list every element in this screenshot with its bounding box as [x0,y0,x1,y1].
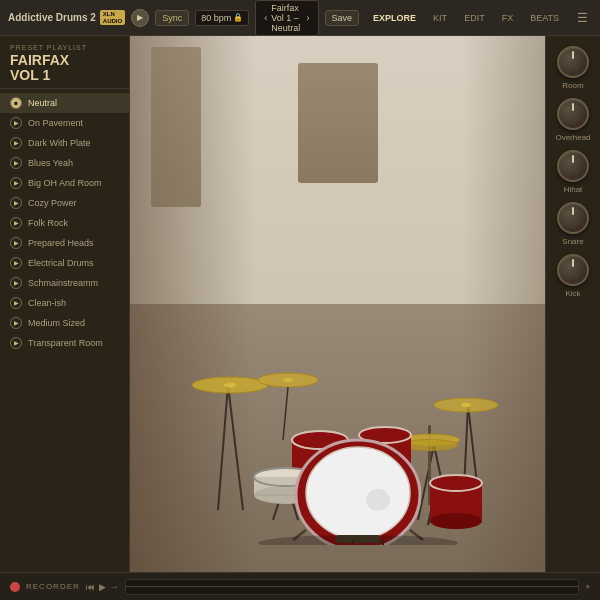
tab-kit[interactable]: KIT [425,10,455,26]
bpm-value: 80 bpm [201,13,231,23]
play-button[interactable]: ▶ [131,9,149,27]
room-knob-group: Room [557,46,589,90]
list-item[interactable]: ▶ Electrical Drums [0,253,129,273]
playlist-items: ■ Neutral ▶ On Pavement ▶ Dark With Plat… [0,89,129,572]
drum-kit-svg [178,325,498,545]
list-item[interactable]: ▶ Big OH And Room [0,173,129,193]
preset-name: Fairfax Vol 1 – Neutral [271,3,302,33]
kick-knob-label: Kick [565,289,580,298]
list-item[interactable]: ■ Neutral [0,93,129,113]
item-play-icon: ▶ [10,297,22,309]
item-play-icon: ▶ [10,197,22,209]
overhead-knob-label: Overhead [555,133,590,142]
tab-fx[interactable]: FX [494,10,522,26]
list-item[interactable]: ▶ Medium Sized [0,313,129,333]
item-play-icon: ▶ [10,117,22,129]
center-drum-view [130,36,545,572]
waveform-area [125,579,579,595]
item-label: Neutral [28,98,57,108]
item-label: Prepared Heads [28,238,94,248]
tab-explore[interactable]: EXPLORE [365,10,424,26]
hihat-knob-group: Hihat [557,150,589,194]
preset-display[interactable]: ‹ Fairfax Vol 1 – Neutral › [255,0,318,36]
item-play-icon: ▶ [10,317,22,329]
recorder-label: RECORDER [26,582,80,591]
list-item[interactable]: ▶ Dark With Plate [0,133,129,153]
xln-badge: XLN AUDIO [100,10,125,25]
acoustic-panel-center [298,63,378,183]
app-title: Addictive Drums 2 [8,12,96,23]
snare-knob-label: Snare [562,237,583,246]
room-knob[interactable] [557,46,589,78]
list-item[interactable]: ▶ Cozy Power [0,193,129,213]
item-play-icon: ▶ [10,137,22,149]
save-button[interactable]: Save [325,10,360,26]
left-sidebar: Preset playlist FAIRFAXVOL 1 ■ Neutral ▶… [0,36,130,572]
logo-area: Addictive Drums 2 XLN AUDIO [8,10,125,25]
waveform-line [126,586,578,587]
list-item[interactable]: ▶ Folk Rock [0,213,129,233]
item-play-icon: ▶ [10,337,22,349]
rec-forward-icon[interactable]: → [110,582,119,592]
svg-line-1 [228,385,243,510]
list-item[interactable]: ▶ Clean-ish [0,293,129,313]
svg-point-16 [461,403,471,407]
list-item[interactable]: ▶ Transparent Room [0,333,129,353]
hihat-knob[interactable] [557,150,589,182]
drum-kit [178,325,498,545]
item-label: Clean-ish [28,298,66,308]
hihat-knob-label: Hihat [564,185,583,194]
menu-icon[interactable]: ☰ [573,9,592,27]
bpm-icon: 🔒 [233,13,243,22]
svg-line-0 [218,385,228,510]
playlist-title: FAIRFAXVOL 1 [10,53,119,84]
main-content: Preset playlist FAIRFAXVOL 1 ■ Neutral ▶… [0,36,600,572]
record-button-dot[interactable] [10,582,20,592]
tab-beats[interactable]: BEATS [522,10,567,26]
list-item[interactable]: ▶ On Pavement [0,113,129,133]
overhead-knob-group: Overhead [555,98,590,142]
item-label: Electrical Drums [28,258,94,268]
recorder-controls: ⏮ ▶ → [86,582,119,592]
snare-knob[interactable] [557,202,589,234]
item-label: Transparent Room [28,338,103,348]
item-play-icon: ▶ [10,277,22,289]
playlist-label: Preset playlist [10,44,119,51]
bottom-bar: RECORDER ⏮ ▶ → ● [0,572,600,600]
rec-rewind-icon[interactable]: ⏮ [86,582,95,592]
playlist-header: Preset playlist FAIRFAXVOL 1 [0,36,129,89]
preset-arrow-right: › [307,13,310,23]
overhead-knob[interactable] [557,98,589,130]
kick-knob[interactable] [557,254,589,286]
svg-point-56 [258,535,458,545]
app-container: Addictive Drums 2 XLN AUDIO ▶ Sync 80 bp… [0,0,600,600]
sync-button[interactable]: Sync [155,10,189,26]
item-label: Schmainstreamm [28,278,98,288]
item-active-icon: ■ [10,97,22,109]
item-label: On Pavement [28,118,83,128]
sync-label: Sync [162,13,182,23]
item-play-icon: ▶ [10,237,22,249]
list-item[interactable]: ▶ Schmainstreamm [0,273,129,293]
bpm-display[interactable]: 80 bpm 🔒 [195,10,249,26]
kick-knob-group: Kick [557,254,589,298]
right-panel: Room Overhead Hihat Snare Kick [545,36,600,572]
svg-point-4 [224,383,236,388]
acoustic-panel-left [151,47,201,207]
item-play-icon: ▶ [10,157,22,169]
svg-point-45 [430,513,482,529]
top-bar: Addictive Drums 2 XLN AUDIO ▶ Sync 80 bp… [0,0,600,36]
item-label: Folk Rock [28,218,68,228]
room-knob-label: Room [562,81,583,90]
snare-knob-group: Snare [557,202,589,246]
item-label: Dark With Plate [28,138,91,148]
scrollbar-right[interactable]: ● [585,582,590,591]
item-label: Big OH And Room [28,178,102,188]
list-item[interactable]: ▶ Prepared Heads [0,233,129,253]
rec-play-icon[interactable]: ▶ [99,582,106,592]
item-play-icon: ▶ [10,217,22,229]
item-play-icon: ▶ [10,257,22,269]
tab-edit[interactable]: EDIT [456,10,493,26]
item-label: Cozy Power [28,198,77,208]
list-item[interactable]: ▶ Blues Yeah [0,153,129,173]
